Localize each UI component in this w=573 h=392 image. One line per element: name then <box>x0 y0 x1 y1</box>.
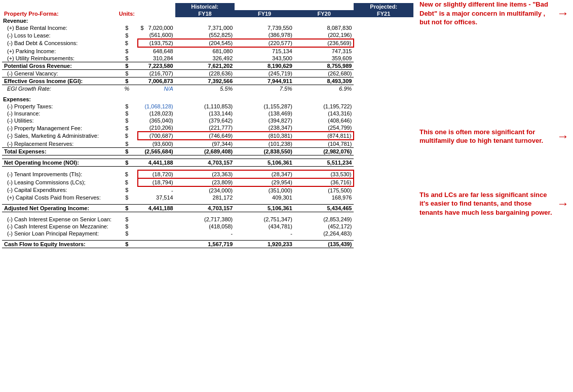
unit-dollar: $ <box>116 170 138 178</box>
row-label: (-) Cash Interest Expense on Mezzanine: <box>2 223 116 230</box>
fy19-header: FY19 <box>235 10 294 17</box>
row-fy20: (29,954) <box>235 178 294 186</box>
projected-header: Projected: <box>354 3 413 10</box>
row-label: (-) Loss to Lease: <box>2 31 116 39</box>
row-fy18: (210,206) <box>138 124 175 132</box>
row-fy18: N/A <box>138 85 175 93</box>
row-label: (+) Base Rental Income: <box>2 24 116 31</box>
row-label: Cash Flow to Equity Investors: <box>2 241 116 248</box>
row-fy20: - <box>235 230 294 237</box>
row-fy18: (128,023) <box>138 110 175 117</box>
row-fy20: (1,155,287) <box>235 103 294 110</box>
table-row-8: Effective Gross Income (EGI): $ 7,006,87… <box>2 77 413 85</box>
row-fy21: (2,853,249) <box>294 216 354 223</box>
historical-header: Historical: <box>175 3 235 10</box>
row-fy19: 326,492 <box>175 55 235 62</box>
row-label: Adjusted Net Operating Income: <box>2 205 116 212</box>
row-fy21: 5,434,465 <box>294 205 354 212</box>
table-row-13: (-) Insurance: $ (128,023) (133,144) (13… <box>2 110 413 117</box>
row-label: Total Expenses: <box>2 148 116 155</box>
row-fy18: (216,707) <box>138 70 175 77</box>
section-label: Revenue: <box>2 17 413 24</box>
table-row-20: Net Operating Income (NOI): $ 4,441,188 … <box>2 159 413 167</box>
row-fy21: (202,196) <box>294 31 354 39</box>
row-fy20: (238,347) <box>235 124 294 132</box>
table-row-11: Expenses: <box>2 96 413 103</box>
row-fy18: 7,223,580 <box>138 62 175 70</box>
row-fy20: (2,838,550) <box>235 148 294 155</box>
unit-dollar: $ <box>116 178 138 186</box>
unit-pct: % <box>116 85 138 93</box>
table-row-17: (-) Replacement Reserves: $ (93,600) (97… <box>2 140 413 148</box>
row-fy19: 7,621,202 <box>175 62 235 70</box>
row-fy18: (18,720) <box>138 170 175 178</box>
table-row-9: EGI Growth Rate: % N/A 5.5% 7.5% 6.9% <box>2 85 413 93</box>
row-fy19: 1,567,719 <box>175 241 235 248</box>
row-fy19: 7,392,566 <box>175 77 235 85</box>
row-fy18: (18,794) <box>138 178 175 186</box>
fy18-header: FY18 <box>175 10 235 17</box>
row-label: (-) Capital Expenditures: <box>2 186 116 194</box>
row-fy18: - <box>138 186 175 194</box>
row-fy19: (234,000) <box>175 186 235 194</box>
unit-dollar: $ <box>116 194 138 201</box>
top-header-row: Property Pro-Forma: Units: Historical: P… <box>2 3 413 10</box>
row-fy21: (254,799) <box>294 124 354 132</box>
row-fy21: (236,569) <box>294 39 354 47</box>
row-fy20: (351,000) <box>235 186 294 194</box>
row-fy21: 359,609 <box>294 55 354 62</box>
row-fy19: - <box>175 230 235 237</box>
row-label: (-) General Vacancy: <box>2 70 116 77</box>
table-row-24: (-) Capital Expenditures: $ - (234,000) … <box>2 186 413 194</box>
row-fy21: (2,982,076) <box>294 148 354 155</box>
row-fy21: (143,316) <box>294 110 354 117</box>
row-label: (-) Bad Debt & Concessions: <box>2 39 116 47</box>
unit-dollar: $ <box>116 31 138 39</box>
row-fy19: (228,636) <box>175 70 235 77</box>
unit-dollar: $ <box>116 77 138 85</box>
annotation-block-2: This one is often more significant for m… <box>419 128 569 145</box>
row-fy21: (408,646) <box>294 117 354 124</box>
row-label: Potential Gross Revenue: <box>2 62 116 70</box>
table-row-28 <box>2 212 413 216</box>
table-row-23: (-) Leasing Commissions (LCs); $ (18,794… <box>2 178 413 186</box>
row-fy18: (561,600) <box>138 31 175 39</box>
unit-dollar: $ <box>116 39 138 47</box>
row-label: (+) Parking Income: <box>2 47 116 55</box>
unit-dollar: $ <box>116 103 138 110</box>
unit-dollar: $ <box>116 186 138 194</box>
row-fy19: (379,642) <box>175 117 235 124</box>
row-fy19: 5.5% <box>175 85 235 93</box>
property-proforma-label: Property Pro-Forma: <box>2 3 116 17</box>
row-fy18: (193,752) <box>138 39 175 47</box>
units-label: Units: <box>116 3 138 17</box>
arrow-2-icon: → <box>557 129 569 143</box>
annotation-3-text: TIs and LCs are far less significant sin… <box>419 190 555 217</box>
row-fy19: 4,703,157 <box>175 205 235 212</box>
row-fy21: (175,500) <box>294 186 354 194</box>
annotation-section: New or slightly different line items - "… <box>415 0 573 251</box>
row-fy21: (135,439) <box>294 241 354 248</box>
row-label: Net Operating Income (NOI): <box>2 159 116 167</box>
table-row-22: (-) Tenant Improvements (TIs): $ (18,720… <box>2 170 413 178</box>
row-fy19: (2,717,380) <box>175 216 235 223</box>
row-fy18: 648,648 <box>138 47 175 55</box>
row-label: Effective Gross Income (EGI): <box>2 77 116 85</box>
row-fy19: (746,649) <box>175 132 235 140</box>
row-fy20: (434,781) <box>235 223 294 230</box>
row-label: (+) Capital Costs Paid from Reserves: <box>2 194 116 201</box>
row-fy19: (1,110,853) <box>175 103 235 110</box>
arrow-1-icon: → <box>557 6 569 20</box>
row-fy21: 5,511,234 <box>294 159 354 167</box>
table-row-0: Revenue: <box>2 17 413 24</box>
row-fy20: (245,719) <box>235 70 294 77</box>
unit-dollar: $ <box>116 110 138 117</box>
table-row-14: (-) Utilities: $ (365,040) (379,642) (39… <box>2 117 413 124</box>
main-container: Property Pro-Forma: Units: Historical: P… <box>0 0 573 251</box>
row-label: (-) Property Management Fee: <box>2 124 116 132</box>
row-fy18: 37,514 <box>138 194 175 201</box>
unit-dollar: $ <box>116 70 138 77</box>
unit-dollar: $ <box>116 148 138 155</box>
row-fy21: (874,811) <box>294 132 354 140</box>
fy20-header: FY20 <box>294 10 354 17</box>
